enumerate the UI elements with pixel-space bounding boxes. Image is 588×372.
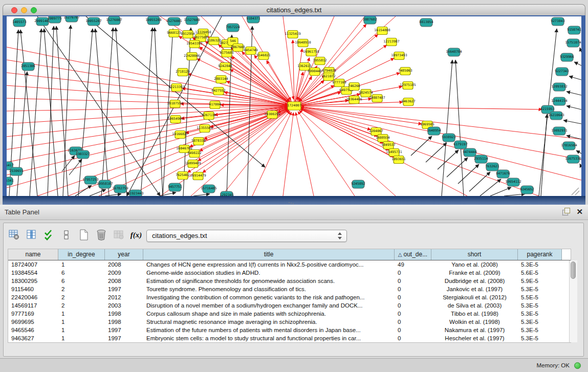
graph-node[interactable]: 5878334 [191,138,205,145]
graph-node[interactable]: 8813054 [419,18,433,27]
network-window-titlebar[interactable]: citations_edges.txt [3,4,585,16]
table-row[interactable]: 1938455462009Genome-wide association stu… [8,269,571,277]
new-column-icon[interactable] [78,229,90,241]
graph-node[interactable]: 15276007 [106,16,122,25]
graph-node[interactable]: 8186328 [207,37,221,45]
graph-node[interactable]: 7625402 [176,172,189,180]
table-row[interactable]: 969969511998Structural magnetic resonanc… [8,318,571,326]
column-header-name[interactable]: name [8,249,58,260]
table-mode-icon[interactable] [9,229,20,241]
table-row[interactable]: 1830029562008Estimation of significance … [8,277,571,285]
graph-node[interactable]: 9150741 [567,26,581,34]
close-panel-icon[interactable]: ✕ [576,208,583,215]
graph-node[interactable]: 18300295 [264,111,280,119]
graph-node[interactable]: 12213987 [383,38,399,46]
graph-node[interactable]: 6179197 [453,141,467,149]
graph-node[interactable]: 1292345 [220,191,233,196]
graph-node[interactable]: 9329966 [560,53,574,61]
table-row[interactable]: 1872400712008Changes of HCN gene express… [8,260,571,269]
graph-node[interactable]: 1903327 [76,150,90,159]
graph-node[interactable]: 1621072 [321,73,335,81]
graph-node[interactable]: 9184371 [246,16,260,23]
graph-node[interactable]: 2530655 [9,167,23,176]
graph-node[interactable]: 16210643 [548,112,564,120]
graph-node[interactable]: 2803144 [214,76,228,83]
graph-node[interactable]: 5849537 [381,142,395,149]
select-all-icon[interactable] [43,229,55,241]
graph-node[interactable]: 11527600 [184,16,200,25]
graph-node[interactable]: 5938923 [442,134,455,142]
graph-node[interactable]: 11923443 [127,190,143,196]
graph-node[interactable]: 9245652 [520,186,534,194]
graph-node[interactable]: 16914479 [190,172,206,180]
graph-node[interactable]: 9777169 [332,79,346,87]
graph-node[interactable]: 15276001 [166,17,182,26]
column-header-title[interactable]: title [143,249,395,260]
network-canvas[interactable]: 1132541918640910169617587955812136261589… [7,16,581,196]
graph-node[interactable]: 7957224 [226,24,239,32]
graph-node[interactable]: 8912954 [181,31,194,38]
graph-node[interactable]: 746266 [348,83,360,91]
graph-node[interactable]: 9175685 [220,50,233,57]
graph-node[interactable]: 17016504 [561,142,577,150]
graph-node[interactable]: 9245092 [351,180,365,188]
graph-node[interactable]: 15276707 [63,16,79,22]
table-row[interactable]: 911546021997Tourette syndrome. Phenomeno… [8,285,571,293]
graph-node[interactable]: 9463627 [401,98,415,106]
graph-node[interactable]: 2051306 [21,62,35,71]
graph-node[interactable]: 15751074 [565,39,581,47]
graph-node[interactable]: 15716485 [201,185,216,193]
column-header-out_degree[interactable]: △out_de... [395,249,431,260]
table-row[interactable]: 977716911998Corpus callosum shape and si… [8,310,571,318]
graph-node[interactable]: 16782759 [112,185,128,193]
table-row[interactable]: 946554611997Estimation of the future num… [8,326,571,334]
vertical-scrollbar[interactable] [569,260,577,342]
graph-node[interactable]: 18640910 [295,39,311,47]
graph-node[interactable]: 417004 [209,101,221,109]
graph-node[interactable]: 7632621 [485,163,499,171]
graph-node[interactable]: 1608934 [376,135,389,142]
graph-node[interactable]: 19654903 [167,116,183,123]
splitter-grip[interactable] [288,202,294,204]
graph-node[interactable]: 1405573 [12,18,26,27]
delete-column-icon[interactable] [96,229,107,241]
graph-node[interactable]: 10654112 [505,178,521,186]
graph-node[interactable]: 2935114 [474,155,488,163]
column-header-pagerank[interactable]: pagerank [518,249,562,260]
graph-node[interactable]: 7955812 [313,57,326,65]
graph-node[interactable]: 9242848 [218,63,232,71]
graph-node[interactable]: 10958107 [97,180,113,188]
graph-node[interactable]: 8454749 [244,47,257,55]
graph-node[interactable]: 12975185 [400,82,416,90]
graph-node[interactable]: 11675330 [565,155,581,163]
show-columns-icon[interactable] [26,229,37,241]
graph-node[interactable]: 1093651 [391,156,405,164]
graph-node[interactable]: 12444154 [551,97,567,105]
graph-node[interactable]: 9267130 [202,112,215,120]
graph-node[interactable]: 8427552 [211,87,225,95]
graph-node[interactable]: 9660123 [167,30,181,37]
graph-node[interactable]: 7485063 [398,68,412,75]
clear-selection-icon[interactable] [61,229,72,241]
graph-node[interactable]: 10055288 [145,16,161,25]
float-panel-icon[interactable] [562,208,570,215]
graph-node[interactable]: 17957253 [82,176,98,184]
graph-node[interactable]: 20364486 [346,96,362,104]
table-row[interactable]: 1456911722003Disruption of a novel membe… [8,301,571,310]
graph-node[interactable]: 9273843 [551,17,564,26]
graph-node[interactable]: 11325419 [285,31,300,38]
graph-node[interactable]: 16648784 [446,48,462,56]
graph-node[interactable]: 12213393 [168,84,184,92]
function-builder-icon[interactable]: f(x) [130,229,142,241]
table-selector-dropdown[interactable]: citations_edges.txt [146,230,347,242]
graph-node[interactable]: 9474444 [463,148,476,157]
graph-node[interactable]: 2009775 [48,16,61,23]
graph-node[interactable]: 5498222 [187,150,201,158]
graph-node[interactable]: 16099489 [185,160,201,168]
graph-node[interactable]: 2718129 [176,69,189,76]
graph-node[interactable]: 9457751 [168,183,182,191]
graph-node[interactable]: 1640954 [427,127,441,135]
graph-node[interactable]: 9227343 [555,68,569,76]
table-row[interactable]: 946362711997Embryonic stem cells: a mode… [8,334,571,342]
graph-node[interactable]: 18107554 [167,100,183,108]
